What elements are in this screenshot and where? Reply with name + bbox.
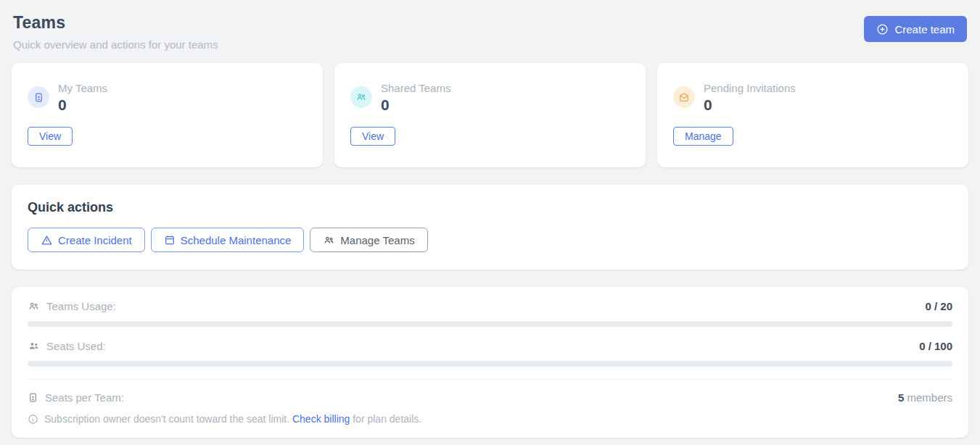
warning-icon [41, 234, 53, 246]
plus-circle-icon [876, 23, 889, 36]
teams-usage-value: 0 / 20 [925, 300, 952, 312]
people-filled-icon [28, 340, 40, 352]
teams-usage-progress-bar [28, 321, 952, 327]
usage-label-text: Seats per Team: [45, 391, 124, 404]
page-header: Teams Quick overview and actions for you… [12, 10, 968, 51]
usage-label-text: Seats Used: [46, 340, 106, 352]
seats-per-team-value: 5 members [898, 391, 952, 404]
note-text: for plan details. [350, 413, 421, 425]
create-team-button[interactable]: Create team [864, 16, 967, 42]
seats-per-team-row: Seats per Team: 5 members [28, 391, 952, 404]
quick-actions-card: Quick actions Create Incident [12, 185, 968, 270]
stat-value: 0 [58, 97, 107, 112]
group-icon [350, 86, 372, 108]
page-title: Teams [13, 13, 218, 33]
divider [28, 379, 952, 380]
check-billing-link[interactable]: Check billing [292, 413, 350, 425]
schedule-maintenance-button[interactable]: Schedule Maintenance [151, 228, 305, 252]
usage-label-text: Teams Usage: [46, 300, 116, 312]
info-icon [28, 414, 38, 425]
stat-value: 0 [704, 97, 796, 112]
page-subtitle: Quick overview and actions for your team… [13, 38, 218, 51]
stat-value: 0 [381, 97, 450, 112]
my-teams-card: My Teams 0 View [12, 63, 323, 167]
manage-teams-button[interactable]: Manage Teams [310, 228, 427, 252]
usage-card: Teams Usage: 0 / 20 Seats Used: 0 [12, 287, 968, 438]
header-text: Teams Quick overview and actions for you… [13, 13, 218, 51]
note-text: Subscription owner doesn't count toward … [44, 413, 292, 425]
seat-limit-note: Subscription owner doesn't count toward … [28, 413, 952, 425]
badge-icon [28, 392, 38, 403]
create-incident-button[interactable]: Create Incident [28, 228, 145, 252]
group-icon [323, 234, 335, 246]
calendar-icon [164, 234, 176, 246]
stat-cards-row: My Teams 0 View Shared Teams [12, 63, 968, 167]
mail-open-icon [673, 86, 695, 108]
teams-overview-page: Teams Quick overview and actions for you… [0, 0, 980, 438]
manage-invitations-button[interactable]: Manage [673, 127, 733, 146]
view-my-teams-button[interactable]: View [28, 127, 73, 146]
stat-label: Pending Invitations [704, 82, 796, 94]
stat-label: My Teams [58, 82, 107, 94]
quick-actions-title: Quick actions [28, 200, 952, 215]
seats-used-value: 0 / 100 [919, 340, 952, 352]
seats-used-progress-bar [28, 361, 952, 367]
badge-icon [28, 86, 49, 108]
shared-teams-card: Shared Teams 0 View [334, 63, 646, 167]
teams-usage-row: Teams Usage: 0 / 20 [28, 300, 952, 312]
group-outline-icon [28, 300, 40, 312]
view-shared-teams-button[interactable]: View [350, 127, 395, 146]
pending-invitations-card: Pending Invitations 0 Manage [657, 63, 968, 167]
seats-used-row: Seats Used: 0 / 100 [28, 340, 952, 352]
quick-actions-buttons: Create Incident Schedule Maintenance [28, 228, 952, 252]
stat-label: Shared Teams [381, 82, 450, 94]
